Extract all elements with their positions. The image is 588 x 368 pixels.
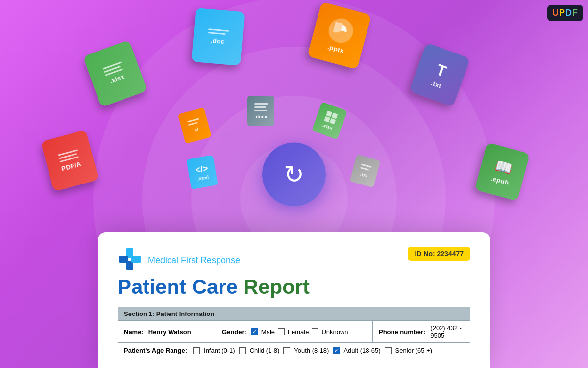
html-label: .html (197, 174, 209, 181)
xlsx-grid (324, 110, 338, 124)
html-small-icon: </> .html (186, 155, 218, 190)
report-title: Patient Care Report (118, 275, 470, 299)
docx-small-label: .docx (254, 114, 267, 119)
age-adult-label: Adult (18-65) (343, 347, 380, 354)
grid-cell (324, 116, 330, 123)
age-youth-checkbox[interactable] (283, 347, 290, 354)
report-title-part2: Report (244, 275, 310, 298)
file-lines (360, 163, 372, 171)
logo-f: F (572, 8, 578, 18)
doc-header: Medical First Response ID No: 2234477 (118, 247, 470, 271)
file-line (254, 106, 266, 108)
file-line (254, 103, 268, 105)
grid-cell (326, 110, 332, 117)
logo-u: U (552, 8, 559, 18)
age-range-row: Patient's Age Range: Infant (0-1) Child … (118, 342, 470, 358)
logo-p: P (559, 8, 565, 18)
patient-info-table: Section 1: Patient Information Name: Hen… (118, 307, 470, 358)
name-label: Name: (124, 328, 144, 336)
txt-large-label: .txt (430, 79, 442, 89)
sync-icon: ↻ (284, 160, 304, 189)
gender-female-checkbox[interactable] (278, 328, 285, 335)
file-line (208, 32, 226, 35)
ai-label: .ai (193, 126, 199, 132)
grid-cell (331, 112, 338, 119)
updf-logo: UPDF (547, 5, 583, 21)
section1-header: Section 1: Patient Information (118, 307, 470, 321)
grid-cell (329, 118, 336, 125)
xlsx-small-label: .xlsx (321, 123, 334, 131)
svg-rect-3 (131, 256, 141, 263)
gender-label: Gender: (222, 328, 246, 336)
file-line (188, 122, 198, 126)
sync-convert-button[interactable]: ↻ (262, 143, 326, 207)
txt-small-label: .txt (360, 171, 368, 178)
gender-cell: Gender: ✓ Male Female Unknown (216, 321, 373, 342)
file-lines (208, 28, 229, 35)
org-name: Medical First Response (148, 255, 240, 265)
docx-small-icon: .docx (247, 96, 274, 126)
age-senior-checkbox[interactable] (385, 347, 392, 354)
gender-male-checkbox[interactable]: ✓ (251, 328, 258, 335)
file-line (208, 28, 229, 32)
patient-basic-row: Name: Henry Watson Gender: ✓ Male Female… (118, 320, 470, 342)
gender-male-label: Male (261, 328, 275, 336)
doc-large-icon: .doc (191, 8, 245, 66)
pdfa-large-label: PDF/A (60, 160, 82, 172)
age-adult-checkbox[interactable]: ✓ (333, 347, 340, 354)
gender-unknown-label: Unknown (321, 328, 348, 336)
pptx-chart-icon (326, 16, 356, 46)
patient-name: Henry Watson (148, 328, 191, 336)
doc-logo-area: Medical First Response (118, 247, 240, 271)
age-range-cell: Patient's Age Range: Infant (0-1) Child … (118, 343, 470, 358)
txt-t-letter: T (434, 60, 449, 80)
medical-cross-logo (118, 247, 142, 271)
file-line (254, 110, 267, 111)
document-panel: Medical First Response ID No: 2234477 Pa… (98, 232, 490, 368)
doc-large-label: .doc (210, 36, 225, 45)
report-title-part1: Patient Care (118, 275, 238, 298)
gender-female-label: Female (288, 328, 309, 336)
age-senior-label: Senior (65 +) (395, 347, 433, 354)
file-line (361, 163, 372, 168)
name-cell: Name: Henry Watson (118, 321, 216, 342)
phone-cell: Phone number: (202) 432 - 9505 (373, 321, 470, 342)
age-infant-label: Infant (0-1) (204, 347, 235, 354)
file-lines (254, 103, 268, 111)
logo-d: D (565, 8, 572, 18)
file-line (360, 167, 369, 171)
xlsx-large-label: .xlsx (109, 73, 126, 85)
age-range-label: Patient's Age Range: (124, 347, 187, 354)
gender-unknown-checkbox[interactable] (312, 328, 318, 335)
phone-number: (202) 432 - 9505 (430, 324, 464, 339)
pptx-large-label: .pptx (327, 43, 344, 54)
phone-label: Phone number: (379, 328, 425, 336)
epub-book-icon: 📖 (493, 157, 514, 177)
file-lines (187, 118, 200, 126)
id-badge: ID No: 2234477 (408, 247, 470, 261)
age-youth-label: Youth (8-18) (294, 347, 329, 354)
html-code-icon: </> (195, 163, 209, 175)
age-child-label: Child (1-8) (250, 347, 280, 354)
age-child-checkbox[interactable] (239, 347, 246, 354)
pptx-chart-svg (332, 22, 350, 40)
age-infant-checkbox[interactable] (193, 347, 200, 354)
